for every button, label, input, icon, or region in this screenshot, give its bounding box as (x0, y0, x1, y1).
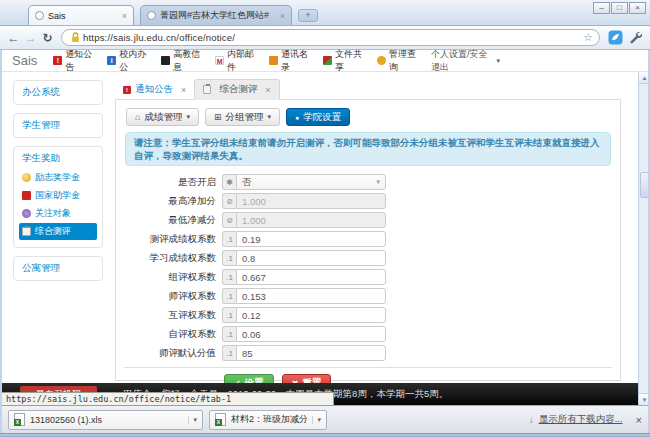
bookmark-star-icon[interactable]: ☆ (583, 31, 593, 44)
form-row: 自评权系数 .1 (124, 326, 612, 342)
sidebar-group-dorm: 公寓管理 (13, 256, 103, 281)
nav-label: 通知公告 (65, 48, 94, 74)
form-row: 师评默认分值 .1 (124, 345, 612, 361)
sidebar-item-scholarship[interactable]: 励志奖学金 (19, 169, 97, 186)
sidebar-item-comprehensive-eval[interactable]: 综合测评 (19, 223, 97, 240)
download-item[interactable]: 131802560 (1).xls ▾ (8, 410, 203, 430)
extension-icon[interactable] (608, 30, 623, 45)
new-tab-button[interactable]: + (298, 9, 318, 22)
browser-tab-jingyuan[interactable]: 菁园网#吉林大学红色网站# × (140, 5, 292, 25)
tab-content-panel: ⌂ 成绩管理 ▾ ⊞ 分组管理 ▾ ● 学院设置 (115, 100, 621, 381)
warning-alert: 请注意：学生互评分组未结束前请勿开启测评，否则可能导致部分未分组未被互评和学生互… (125, 132, 611, 166)
sidebar-group-student-mgmt: 学生管理 (13, 113, 103, 138)
nav-label: 管理查询 (389, 48, 418, 74)
form-row: 互评权系数 .1 (124, 307, 612, 323)
teacher-default-score-input[interactable] (236, 345, 386, 361)
nav-item-office[interactable]: i 校内办公 (107, 48, 148, 74)
decimal-addon: .1 (222, 326, 236, 342)
content-tab-bar: ! 通知公告 × 综合测评 × (115, 80, 621, 100)
tab-notice[interactable]: ! 通知公告 × (115, 80, 194, 99)
browser-tab-sais[interactable]: Sais × (28, 5, 134, 25)
eval-score-weight-input[interactable] (236, 231, 386, 247)
field-label: 师评默认分值 (124, 347, 222, 360)
chevron-down-icon[interactable]: ▾ (188, 416, 197, 424)
forward-icon[interactable]: → (22, 31, 39, 45)
tab-close-icon[interactable]: × (122, 11, 127, 21)
nav-item-query[interactable]: 管理查询 (377, 48, 418, 74)
button-label: 分组管理 (226, 111, 264, 124)
close-button[interactable]: × (629, 2, 646, 14)
status-url-bubble: https://sais.jlu.edu.cn/office/notice/#t… (0, 392, 334, 406)
minimize-button[interactable]: – (593, 2, 610, 14)
form-row: 最低净减分 ⊘ (124, 212, 612, 228)
self-eval-weight-input[interactable] (236, 326, 386, 342)
chevron-down-icon[interactable]: ▾ (312, 416, 321, 424)
reset-button[interactable]: ✖ 重置 (282, 374, 332, 383)
grade-mgmt-button[interactable]: ⌂ 成绩管理 ▾ (126, 108, 199, 126)
button-label: 学院设置 (303, 111, 341, 124)
college-settings-button[interactable]: ● 学院设置 (286, 108, 350, 126)
notice-icon: ! (123, 86, 131, 94)
back-icon[interactable]: ← (5, 31, 22, 45)
nav-item-info[interactable]: 高教信息 (161, 48, 202, 74)
office-icon: i (107, 56, 116, 65)
wrench-icon[interactable] (629, 31, 642, 44)
sidebar-item-national-grant[interactable]: 国家助学金 (19, 187, 97, 204)
address-bar[interactable]: https://sais.jlu.edu.cn/office/notice/ ☆ (61, 29, 600, 46)
show-all-downloads-link[interactable]: 显示所有下载内容... (539, 413, 623, 426)
field-label: 互评权系数 (124, 309, 222, 322)
decimal-addon: .1 (222, 345, 236, 361)
excel-file-icon (14, 413, 25, 426)
download-item[interactable]: 材料2：班级加减分….xls ▾ (209, 410, 327, 430)
share-icon (323, 56, 332, 65)
sidebar-item-focus-targets[interactable]: 关注对象 (19, 205, 97, 222)
user-settings-menu[interactable]: 个人设置/安全退出 ▾ (431, 48, 500, 74)
sidebar-item-label: 国家助学金 (35, 189, 80, 202)
sidebar-item-label: 关注对象 (35, 207, 71, 220)
group-eval-weight-input[interactable] (236, 269, 386, 285)
maximize-button[interactable]: □ (611, 2, 628, 14)
enable-select[interactable]: 否 ▾ (236, 174, 386, 190)
tab-close-icon[interactable]: × (280, 11, 285, 21)
button-label: 成绩管理 (144, 111, 182, 124)
clipboard-icon (22, 227, 31, 236)
submit-button[interactable]: ✔ 设置 (224, 374, 274, 383)
field-label: 最高净加分 (124, 195, 222, 208)
tab-label: 综合测评 (219, 83, 257, 96)
field-label: 自评权系数 (124, 328, 222, 341)
sidebar: 办公系统 学生管理 学生奖助 励志奖学金 国家助学金 (13, 80, 103, 289)
page-content: 办公系统 学生管理 学生奖助 励志奖学金 国家助学金 (0, 72, 638, 383)
sidebar-group-office: 办公系统 (13, 80, 103, 105)
teacher-eval-weight-input[interactable] (236, 288, 386, 304)
reload-icon[interactable]: ↻ (39, 31, 56, 45)
chevron-down-icon: ▾ (376, 178, 380, 186)
brand-logo[interactable]: Sais (12, 53, 37, 68)
field-label: 是否开启 (124, 176, 222, 189)
lock-icon (71, 32, 80, 43)
nav-item-contacts[interactable]: 通讯名录 (269, 48, 310, 74)
form-row: 学习成绩权系数 .1 (124, 250, 612, 266)
nav-item-share[interactable]: 文件共享 (323, 48, 364, 74)
gear-icon: ● (295, 114, 299, 121)
close-download-bar-icon[interactable]: × (636, 414, 642, 426)
nav-item-mail[interactable]: M 内部邮件 (215, 48, 256, 74)
site-navbar: Sais ! 通知公告 i 校内办公 高教信息 M 内部邮件 通讯名录 (0, 50, 650, 72)
excel-file-icon (215, 413, 226, 426)
sidebar-item-label: 励志奖学金 (35, 171, 80, 184)
favicon-icon (147, 11, 156, 20)
sidebar-item-student-aid[interactable]: 学生奖助 (14, 149, 102, 168)
tab-close-icon[interactable]: × (265, 85, 270, 95)
study-score-weight-input[interactable] (236, 250, 386, 266)
peer-eval-weight-input[interactable] (236, 307, 386, 323)
tab-close-icon[interactable]: × (181, 85, 186, 95)
sidebar-item-office-system[interactable]: 办公系统 (14, 83, 102, 102)
group-mgmt-button[interactable]: ⊞ 分组管理 ▾ (205, 108, 280, 126)
tab-comprehensive-eval[interactable]: 综合测评 × (194, 79, 279, 100)
sidebar-item-student-mgmt[interactable]: 学生管理 (14, 116, 102, 135)
sidebar-item-dorm-mgmt[interactable]: 公寓管理 (14, 259, 102, 278)
nav-label: 校内办公 (119, 48, 148, 74)
main-area: ! 通知公告 × 综合测评 × ⌂ 成绩管理 (115, 80, 621, 383)
nav-item-notice[interactable]: ! 通知公告 (53, 48, 94, 74)
settings-form: 是否开启 ✱ 否 ▾ 最高净加分 ⊘ (124, 174, 612, 383)
tab-strip: Sais × 菁园网#吉林大学红色网站# × + (28, 5, 318, 25)
